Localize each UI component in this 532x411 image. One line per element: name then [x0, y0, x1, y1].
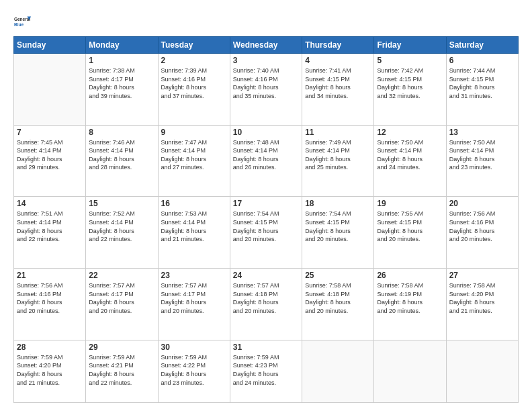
cell-text-line: Sunset: 4:16 PM	[449, 218, 515, 227]
cell-text-line: Daylight: 8 hours	[161, 298, 227, 307]
cell-text-line: Daylight: 8 hours	[89, 155, 154, 164]
cell-text-line: Daylight: 8 hours	[17, 370, 83, 379]
calendar-cell: 15Sunrise: 7:52 AMSunset: 4:14 PMDayligh…	[86, 197, 158, 269]
cell-text-line: Sunset: 4:22 PM	[161, 361, 227, 370]
cell-text-line: Daylight: 8 hours	[17, 298, 83, 307]
day-number: 16	[161, 199, 227, 208]
cell-text-line: Sunrise: 7:47 AM	[161, 138, 227, 147]
calendar-cell: 10Sunrise: 7:48 AMSunset: 4:14 PMDayligh…	[230, 125, 302, 197]
cell-text-line: Daylight: 8 hours	[17, 155, 83, 164]
cell-text-line: Sunset: 4:14 PM	[89, 218, 154, 227]
cell-text-line: Sunrise: 7:52 AM	[89, 210, 154, 218]
cell-text-line: and 22 minutes.	[89, 235, 154, 244]
cell-text-line: Sunset: 4:23 PM	[233, 361, 299, 370]
cell-text-line: Sunset: 4:21 PM	[89, 361, 154, 370]
cell-text-line: and 21 minutes.	[449, 307, 515, 316]
cell-text-line: Daylight: 8 hours	[233, 155, 299, 164]
cell-text-line: Sunset: 4:17 PM	[89, 290, 154, 299]
cell-text-line: Daylight: 8 hours	[161, 370, 227, 379]
day-number: 28	[17, 342, 83, 352]
cell-text-line: Sunset: 4:15 PM	[233, 218, 299, 227]
cell-text-line: Sunset: 4:15 PM	[305, 75, 371, 84]
calendar-cell: 28Sunrise: 7:59 AMSunset: 4:20 PMDayligh…	[14, 340, 86, 402]
day-number: 29	[89, 342, 154, 352]
day-number: 1	[89, 56, 154, 65]
day-number: 6	[449, 56, 515, 65]
cell-text-line: Sunrise: 7:46 AM	[89, 138, 154, 147]
cell-text-line: Daylight: 8 hours	[233, 83, 299, 92]
cell-text-line: and 20 minutes.	[305, 235, 371, 244]
cell-text-line: Daylight: 8 hours	[17, 227, 83, 236]
day-number: 22	[89, 271, 154, 280]
calendar-cell: 21Sunrise: 7:56 AMSunset: 4:16 PMDayligh…	[14, 269, 86, 340]
cell-text-line: Sunrise: 7:40 AM	[233, 66, 299, 75]
cell-text-line: Sunset: 4:14 PM	[449, 146, 515, 155]
cell-text-line: Daylight: 8 hours	[89, 83, 154, 92]
cell-text-line: and 20 minutes.	[449, 235, 515, 244]
cell-text-line: and 34 minutes.	[305, 92, 371, 101]
calendar-cell: 3Sunrise: 7:40 AMSunset: 4:16 PMDaylight…	[230, 54, 302, 126]
cell-text-line: Sunset: 4:18 PM	[305, 290, 371, 299]
cell-text-line: Daylight: 8 hours	[449, 83, 515, 92]
cell-text-line: Sunrise: 7:59 AM	[233, 353, 299, 362]
cell-text-line: Sunset: 4:14 PM	[305, 146, 371, 155]
calendar-cell: 22Sunrise: 7:57 AMSunset: 4:17 PMDayligh…	[86, 269, 158, 340]
cell-text-line: Daylight: 8 hours	[449, 298, 515, 307]
cell-text-line: Sunrise: 7:54 AM	[233, 210, 299, 218]
cell-text-line: Daylight: 8 hours	[161, 83, 227, 92]
cell-text-line: Sunrise: 7:54 AM	[305, 210, 371, 218]
calendar-cell: 30Sunrise: 7:59 AMSunset: 4:22 PMDayligh…	[158, 340, 230, 402]
calendar-week-row: 1Sunrise: 7:38 AMSunset: 4:17 PMDaylight…	[14, 54, 519, 126]
cell-text-line: Daylight: 8 hours	[377, 83, 443, 92]
cell-text-line: Sunrise: 7:41 AM	[305, 66, 371, 75]
calendar-cell: 25Sunrise: 7:58 AMSunset: 4:18 PMDayligh…	[302, 269, 374, 340]
day-number: 27	[449, 271, 515, 280]
cell-text-line: Sunrise: 7:48 AM	[233, 138, 299, 147]
cell-text-line: Sunset: 4:20 PM	[449, 290, 515, 299]
cell-text-line: Sunrise: 7:38 AM	[89, 66, 154, 75]
day-number: 18	[305, 199, 371, 208]
calendar-cell	[302, 340, 374, 402]
calendar-cell: 7Sunrise: 7:45 AMSunset: 4:14 PMDaylight…	[14, 125, 86, 197]
cell-text-line: Sunset: 4:15 PM	[305, 218, 371, 227]
cell-text-line: and 25 minutes.	[305, 163, 371, 172]
cell-text-line: Daylight: 8 hours	[449, 227, 515, 236]
cell-text-line: and 22 minutes.	[17, 235, 83, 244]
cell-text-line: and 20 minutes.	[377, 235, 443, 244]
cell-text-line: Sunset: 4:20 PM	[17, 361, 83, 370]
cell-text-line: and 35 minutes.	[233, 92, 299, 101]
cell-text-line: Daylight: 8 hours	[233, 298, 299, 307]
calendar-cell: 4Sunrise: 7:41 AMSunset: 4:15 PMDaylight…	[302, 54, 374, 126]
day-number: 7	[17, 128, 83, 137]
logo-icon: GeneralBlue	[13, 12, 32, 31]
calendar-table: SundayMondayTuesdayWednesdayThursdayFrid…	[13, 36, 519, 403]
calendar-cell: 8Sunrise: 7:46 AMSunset: 4:14 PMDaylight…	[86, 125, 158, 197]
cell-text-line: and 29 minutes.	[17, 163, 83, 172]
cell-text-line: Daylight: 8 hours	[449, 155, 515, 164]
day-number: 13	[449, 128, 515, 137]
calendar-cell: 23Sunrise: 7:57 AMSunset: 4:17 PMDayligh…	[158, 269, 230, 340]
cell-text-line: Sunrise: 7:58 AM	[305, 281, 371, 290]
calendar-cell: 1Sunrise: 7:38 AMSunset: 4:17 PMDaylight…	[86, 54, 158, 126]
cell-text-line: and 24 minutes.	[377, 163, 443, 172]
cell-text-line: and 23 minutes.	[161, 379, 227, 387]
calendar-cell: 9Sunrise: 7:47 AMSunset: 4:14 PMDaylight…	[158, 125, 230, 197]
cell-text-line: Daylight: 8 hours	[377, 227, 443, 236]
day-number: 30	[161, 342, 227, 352]
cell-text-line: Sunrise: 7:50 AM	[449, 138, 515, 147]
cell-text-line: and 20 minutes.	[233, 235, 299, 244]
day-number: 19	[377, 199, 443, 208]
cell-text-line: and 20 minutes.	[233, 307, 299, 316]
calendar-cell: 13Sunrise: 7:50 AMSunset: 4:14 PMDayligh…	[446, 125, 518, 197]
weekday-header-monday: Monday	[86, 37, 158, 54]
cell-text-line: Daylight: 8 hours	[89, 298, 154, 307]
day-number: 21	[17, 271, 83, 280]
calendar-cell: 11Sunrise: 7:49 AMSunset: 4:14 PMDayligh…	[302, 125, 374, 197]
day-number: 11	[305, 128, 371, 137]
cell-text-line: Daylight: 8 hours	[89, 227, 154, 236]
cell-text-line: and 20 minutes.	[17, 307, 83, 316]
cell-text-line: Sunset: 4:14 PM	[233, 146, 299, 155]
day-number: 4	[305, 56, 371, 65]
cell-text-line: Sunrise: 7:56 AM	[449, 210, 515, 218]
cell-text-line: Sunrise: 7:39 AM	[161, 66, 227, 75]
